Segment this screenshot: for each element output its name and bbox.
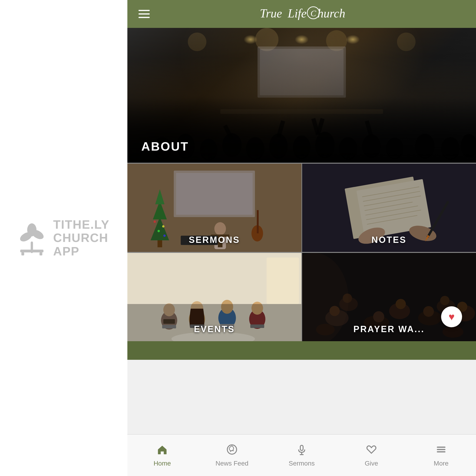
svg-rect-4: [20, 250, 43, 252]
sermons-cell[interactable]: SERMONS: [127, 164, 302, 252]
partial-bottom-section: [127, 341, 476, 360]
svg-line-37: [318, 119, 323, 135]
svg-rect-6: [39, 252, 42, 255]
svg-point-25: [269, 134, 288, 159]
svg-point-26: [293, 136, 310, 160]
menu-line-3: [138, 17, 150, 18]
tithe-logo-icon: [18, 221, 46, 255]
app-header: True Life C hurch: [127, 0, 476, 28]
svg-point-28: [339, 137, 357, 160]
hamburger-menu-button[interactable]: [138, 10, 150, 18]
tithe-text-container: TITHE.LY CHURCH APP: [53, 218, 109, 258]
nav-news-feed[interactable]: News Feed: [197, 435, 267, 476]
nav-more[interactable]: More: [406, 435, 476, 476]
sermons-nav-icon: [296, 443, 308, 458]
menu-line-2: [138, 14, 150, 15]
grid-row-sermons-notes: SERMONS: [127, 164, 476, 252]
svg-point-22: [200, 139, 218, 161]
tithe-brand-line2: CHURCH: [53, 231, 109, 244]
nav-give-label: Give: [365, 460, 378, 467]
about-label: ABOUT: [141, 139, 189, 153]
sermons-label: SERMONS: [127, 235, 302, 245]
more-icon: [435, 443, 447, 458]
give-icon: [365, 443, 377, 458]
svg-rect-5: [21, 252, 24, 255]
nav-news-feed-label: News Feed: [215, 460, 248, 467]
svg-text:hurch: hurch: [318, 7, 345, 20]
svg-line-35: [278, 121, 283, 137]
heart-fab-button[interactable]: ♥: [441, 306, 462, 327]
svg-rect-76: [267, 257, 299, 304]
svg-point-33: [461, 134, 476, 158]
menu-line-1: [138, 10, 150, 11]
tithe-brand-line3: APP: [53, 245, 109, 258]
grid-bottom-rows: SERMONS: [127, 164, 476, 434]
app-content: ABOUT: [127, 28, 476, 434]
svg-point-29: [362, 134, 381, 158]
events-label: EVENTS: [127, 324, 302, 334]
home-icon: [156, 443, 168, 458]
svg-point-23: [222, 133, 242, 157]
svg-line-38: [367, 121, 371, 137]
truelife-church-logo: True Life C hurch: [257, 5, 346, 23]
svg-point-3: [27, 223, 36, 236]
nav-sermons-label: Sermons: [289, 460, 315, 467]
bottom-navigation: Home News Feed: [127, 434, 476, 476]
svg-point-24: [246, 137, 265, 160]
notes-cell[interactable]: NOTES: [302, 164, 476, 252]
tithe-branding-panel: TITHE.LY CHURCH APP: [0, 0, 127, 476]
news-feed-icon: [226, 443, 238, 458]
events-cell[interactable]: EVENTS: [127, 253, 302, 341]
nav-sermons[interactable]: Sermons: [267, 435, 337, 476]
svg-text:Life: Life: [288, 7, 306, 20]
app-logo: True Life C hurch: [257, 5, 346, 23]
svg-rect-112: [300, 445, 303, 450]
svg-point-31: [415, 134, 435, 159]
svg-line-36: [313, 119, 318, 135]
tithe-brand-line1: TITHE.LY: [53, 218, 109, 231]
svg-line-34: [225, 125, 232, 139]
nav-give[interactable]: Give: [337, 435, 406, 476]
svg-point-27: [315, 132, 335, 159]
notes-label: NOTES: [302, 235, 476, 245]
svg-point-30: [386, 137, 404, 160]
svg-text:True: True: [260, 7, 282, 20]
app-panel: True Life C hurch: [127, 0, 476, 476]
svg-point-32: [441, 137, 460, 160]
about-section[interactable]: ABOUT: [127, 28, 476, 163]
prayer-cell[interactable]: PRAYER WA... ♥: [302, 253, 476, 341]
heart-icon: ♥: [449, 311, 455, 323]
tithe-brand-container: TITHE.LY CHURCH APP: [18, 218, 109, 258]
svg-text:C: C: [310, 9, 316, 18]
svg-point-111: [227, 445, 237, 454]
grid-row-events-prayer: EVENTS: [127, 253, 476, 341]
nav-home-label: Home: [154, 460, 171, 467]
svg-rect-19: [220, 109, 383, 114]
nav-home[interactable]: Home: [127, 435, 197, 476]
nav-more-label: More: [434, 460, 449, 467]
